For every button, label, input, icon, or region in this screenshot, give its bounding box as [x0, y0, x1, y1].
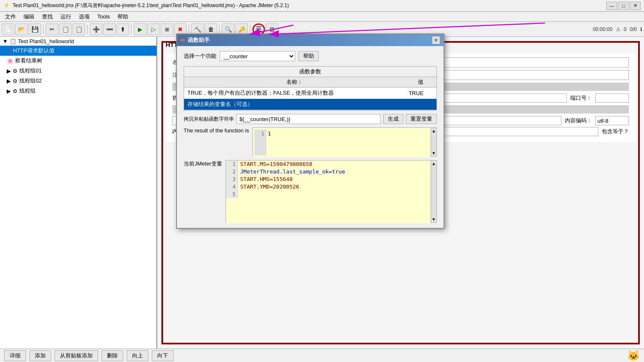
tree-item-testplan[interactable]: ▼ 📋 Test Plan01_helloworld: [0, 37, 156, 46]
vars-line-1: 1 START.MS=1590479808658: [226, 160, 431, 168]
expand-tg2-icon: ▶: [7, 78, 11, 84]
menu-edit[interactable]: 编辑: [20, 12, 38, 21]
tg2-icon: ⚙: [13, 78, 18, 84]
cut-btn[interactable]: ✂: [46, 23, 58, 35]
func-select-row: 选择一个功能 __counter 帮助: [184, 51, 437, 61]
param-value-2: [405, 99, 436, 110]
error-count: 0/0: [630, 26, 637, 32]
sep1: [43, 25, 44, 34]
vars-content-2: JMeterThread.last_sample_ok=true: [238, 168, 348, 176]
param-value-1: TRUE: [405, 88, 436, 99]
gen-label: 拷贝并粘贴函数字符串: [184, 116, 234, 123]
save-btn[interactable]: 💾: [29, 23, 41, 35]
gen-input[interactable]: [236, 114, 381, 124]
vars-scrollbar[interactable]: ▲ ▼: [431, 160, 436, 222]
encoding-label: 内容编码：: [565, 117, 592, 124]
vars-linenum-5: 5: [226, 191, 238, 198]
jmeter-vars-section: 当前JMeter变量 1 START.MS=1590479808658 2 JM…: [184, 160, 437, 223]
delete-btn[interactable]: 删除: [101, 350, 123, 361]
result-linenum-1: 1: [254, 129, 266, 155]
sep4: [189, 25, 189, 34]
tree-item-view-results[interactable]: 🌸 察看结果树: [0, 56, 156, 66]
sep3: [131, 25, 132, 34]
help-btn[interactable]: 帮助: [299, 51, 319, 61]
params-section: 函数参数 名称： 值 TRUE，每个用户有自己的计数器；FALSE，使用全局计数…: [184, 66, 437, 111]
menu-run[interactable]: 运行: [57, 12, 75, 21]
vars-line-4: 4 START.YMD=20200526: [226, 183, 431, 191]
remove-btn[interactable]: ➖: [103, 23, 116, 35]
result-area: The result of the function is 1 1 ▲ ▼: [184, 127, 437, 157]
sep2: [87, 25, 88, 34]
expand-icon: ▼: [3, 38, 8, 44]
dialog-close-btn[interactable]: ✕: [432, 36, 440, 44]
vars-content-3: START.HMS=155648: [238, 176, 295, 183]
reset-btn[interactable]: 重置变量: [406, 114, 437, 124]
param-row-2[interactable]: 存储结果的变量名（可选）: [184, 99, 436, 110]
result-lines: 1 1: [254, 129, 429, 155]
param-row-1[interactable]: TRUE，每个用户有自己的计数器；FALSE，使用全局计数器 TRUE: [184, 88, 436, 99]
vars-line-2: 2 JMeterThread.last_sample_ok=true: [226, 168, 431, 176]
maximize-btn[interactable]: □: [618, 2, 629, 10]
dialog-title: ✏ 函数助手: [180, 36, 210, 44]
menu-tools[interactable]: Tools: [94, 13, 113, 21]
up-btn[interactable]: 向上: [127, 350, 148, 361]
gen-btn[interactable]: 生成: [383, 114, 403, 124]
add-bottom-btn[interactable]: 添加: [29, 350, 51, 361]
scroll-down[interactable]: ▼: [431, 151, 436, 155]
vars-linenum-3: 3: [226, 176, 238, 183]
tree-item-thread-group3[interactable]: ▶ ⚙ 线程组: [0, 86, 156, 96]
dialog-title-text: 函数助手: [188, 36, 210, 44]
tg3-label: 线程组: [19, 87, 36, 95]
jmeter-vars-box: 1 START.MS=1590479808658 2 JMeterThread.…: [226, 160, 431, 223]
sep5: [219, 25, 220, 34]
view-results-label: 察看结果树: [15, 57, 42, 65]
detail-btn[interactable]: 详细: [4, 350, 26, 361]
tree-item-thread-group1[interactable]: ▶ ⚙ 线程组01: [0, 66, 156, 76]
col-value-header: 值: [405, 77, 436, 88]
status-bar: 详细 添加 从剪贴板添加 删除 向上 向下 🐱: [0, 349, 644, 362]
menu-file[interactable]: 文件: [2, 12, 19, 21]
minimize-btn[interactable]: —: [606, 2, 617, 10]
title-bar: ⚡ Test Plan01_helloworld.jmx (F:\黑马资料\ap…: [0, 0, 644, 12]
menu-options[interactable]: 选项: [75, 12, 93, 21]
param-name-1: TRUE，每个用户有自己的计数器；FALSE，使用全局计数器: [184, 88, 405, 99]
param-name-2: 存储结果的变量名（可选）: [184, 99, 405, 110]
result-scrollbar[interactable]: ▲ ▼: [431, 128, 436, 156]
move-up-btn[interactable]: ⬆: [117, 23, 129, 35]
vars-content-4: START.YMD=20200526: [238, 183, 302, 191]
encoding-input[interactable]: [595, 116, 629, 125]
open-btn[interactable]: 📂: [15, 23, 28, 35]
vars-scroll-up[interactable]: ▲: [431, 161, 436, 166]
close-btn[interactable]: ✕: [630, 2, 641, 10]
dialog-body: 选择一个功能 __counter 帮助 函数参数 名称： 值 TRUE，每个用户…: [177, 46, 444, 228]
menu-help[interactable]: 帮助: [114, 12, 132, 21]
port-input[interactable]: [595, 93, 629, 103]
tree-item-thread-group2[interactable]: ▶ ⚙ 线程组02: [0, 76, 156, 86]
stop-btn[interactable]: ⏹: [161, 23, 173, 35]
vars-scroll-down[interactable]: ▼: [431, 217, 436, 222]
down-btn[interactable]: 向下: [152, 350, 174, 361]
http-default-icon: ✂: [7, 48, 11, 54]
run-no-stop-btn[interactable]: ▷: [147, 23, 160, 35]
params-title: 函数参数: [184, 67, 436, 77]
tg3-icon: ⚙: [13, 88, 18, 94]
params-table: 名称： 值 TRUE，每个用户有自己的计数器；FALSE，使用全局计数器 TRU…: [184, 77, 436, 110]
run-btn[interactable]: ▶: [134, 23, 146, 35]
copy-btn[interactable]: 📋: [59, 23, 72, 35]
menu-find[interactable]: 查找: [39, 12, 56, 21]
app-icon: ⚡: [3, 3, 10, 9]
port-label: 端口号：: [570, 94, 592, 102]
function-select[interactable]: __counter: [220, 51, 295, 61]
result-box-wrapper: 1 1 ▲ ▼: [252, 127, 437, 157]
paste-btn[interactable]: 📋: [73, 23, 85, 35]
add-clipboard-btn[interactable]: 从剪贴板添加: [55, 350, 98, 361]
cat-icon: 🐱: [627, 350, 640, 362]
tree-item-http-default[interactable]: ✂ HTTP请求默认值: [0, 46, 156, 56]
warning-count: 0: [624, 26, 627, 32]
new-btn[interactable]: 📄: [2, 23, 14, 35]
toolbar-right: 00:00:00 ⚠ 0 0/0 ℹ: [593, 26, 642, 32]
sep6: [250, 25, 250, 34]
add-btn[interactable]: ➕: [90, 23, 102, 35]
scroll-up[interactable]: ▲: [431, 129, 436, 133]
tg2-label: 线程组02: [19, 77, 42, 85]
